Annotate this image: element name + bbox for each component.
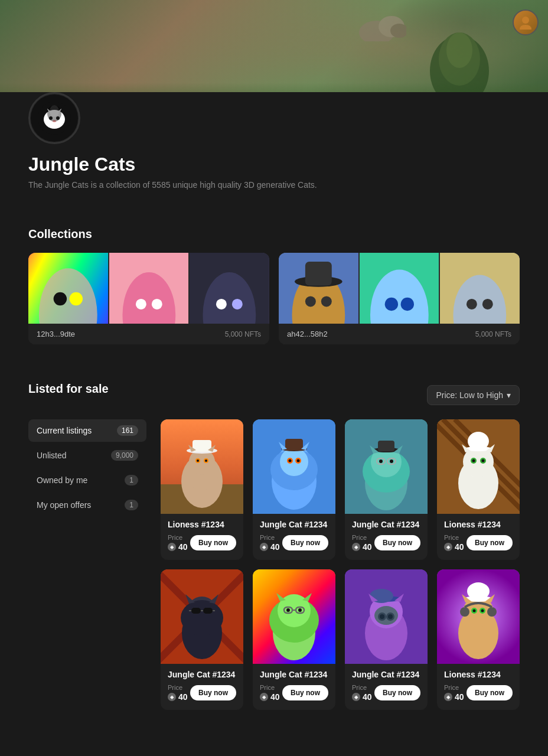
filter-open-offers-label: My open offers xyxy=(37,500,91,510)
nft-card-3-price-value: ◈ 40 xyxy=(352,542,372,552)
svg-point-117 xyxy=(286,608,290,612)
nft-card-4-price-value: ◈ 40 xyxy=(444,542,464,552)
filter-unlisted-count: 9,000 xyxy=(111,450,138,461)
nft-card-8-image xyxy=(437,569,520,664)
collection-card-2-img-1 xyxy=(279,253,358,324)
nft-card-6-buy-button[interactable]: Buy now xyxy=(282,685,328,700)
eth-icon-6: ◈ xyxy=(260,693,268,701)
nft-card-6-name: Jungle Cat #1234 xyxy=(260,670,328,679)
nft-card-3-buy-button[interactable]: Buy now xyxy=(374,535,420,550)
svg-point-30 xyxy=(232,299,243,309)
collection-card-2-img-3 xyxy=(440,253,520,324)
svg-rect-76 xyxy=(378,441,394,451)
nft-card-7-price-value: ◈ 40 xyxy=(352,692,372,702)
filter-owned-by-me-label: Owned by me xyxy=(37,475,87,485)
nft-card-4[interactable]: Lioness #1234 Price ◈ 40 Buy now xyxy=(437,419,520,560)
collection-logo-icon xyxy=(37,100,72,136)
nft-card-1-price-block: Price ◈ 40 xyxy=(168,534,188,552)
nft-card-1-name: Lioness #1234 xyxy=(168,520,236,529)
svg-point-80 xyxy=(390,460,393,463)
nft-card-2-image xyxy=(253,419,335,514)
nft-card-8-name: Lioness #1234 xyxy=(444,670,513,679)
collection-card-1-img-1 xyxy=(28,253,108,324)
svg-point-34 xyxy=(321,296,332,307)
nft-card-6[interactable]: Jungle Cat #1234 Price ◈ 40 Buy now xyxy=(253,569,335,710)
nft-card-3-name: Jungle Cat #1234 xyxy=(352,520,420,529)
nft-card-7-buy-button[interactable]: Buy now xyxy=(374,685,420,700)
nft-card-1-info: Lioness #1234 Price ◈ 40 Buy now xyxy=(161,514,243,560)
filter-sidebar: Current listings 161 Unlisted 9,000 Owne… xyxy=(28,419,146,710)
filter-owned-by-me-count: 1 xyxy=(125,475,138,485)
nft-card-5-buy-button[interactable]: Buy now xyxy=(190,685,236,700)
collections-section: Collections xyxy=(0,208,548,363)
filter-open-offers[interactable]: My open offers 1 xyxy=(28,494,146,516)
nft-card-4-image xyxy=(437,419,520,514)
filter-unlisted[interactable]: Unlisted 9,000 xyxy=(28,444,146,467)
nft-card-1-price-value: ◈ 40 xyxy=(168,542,188,552)
svg-point-44 xyxy=(482,299,493,309)
nft-card-4-name: Lioness #1234 xyxy=(444,520,513,529)
filter-unlisted-label: Unlisted xyxy=(37,451,67,460)
nft-card-7-name: Jungle Cat #1234 xyxy=(352,670,420,679)
eth-icon-3: ◈ xyxy=(352,543,360,551)
svg-point-39 xyxy=(384,298,397,311)
svg-point-92 xyxy=(482,460,485,462)
nft-card-6-price-block: Price ◈ 40 xyxy=(260,684,280,702)
nft-card-8[interactable]: Lioness #1234 Price ◈ 40 Buy now xyxy=(437,569,520,710)
svg-point-79 xyxy=(379,460,383,463)
collection-card-2-images xyxy=(279,253,520,324)
nft-card-2[interactable]: Jungle Cat #1234 Price ◈ 40 Buy now xyxy=(253,419,335,560)
eth-icon-2: ◈ xyxy=(260,543,268,551)
nft-card-8-info: Lioness #1234 Price ◈ 40 Buy now xyxy=(437,664,520,710)
listed-section: Listed for sale Price: Low to High ▾ Cur… xyxy=(0,363,548,729)
nft-card-7[interactable]: Jungle Cat #1234 Price ◈ 40 Buy now xyxy=(345,569,428,710)
nft-card-4-buy-button[interactable]: Buy now xyxy=(467,535,513,550)
nft-card-2-name: Jungle Cat #1234 xyxy=(260,520,328,529)
nft-card-5[interactable]: Jungle Cat #1234 Price ◈ 40 Buy now xyxy=(161,569,243,710)
filter-owned-by-me[interactable]: Owned by me 1 xyxy=(28,469,146,491)
nft-card-1-buy-button[interactable]: Buy now xyxy=(190,535,236,550)
filter-current-listings-label: Current listings xyxy=(37,426,92,435)
nft-grid: Lioness #1234 Price ◈ 40 Buy now xyxy=(161,419,520,710)
collection-card-1-footer: 12h3...9dte 5,000 NFTs xyxy=(28,324,269,344)
nft-card-8-price-block: Price ◈ 40 xyxy=(444,684,464,702)
nft-card-3-price-row: Price ◈ 40 Buy now xyxy=(352,534,420,552)
collection-card-2-address: ah42...58h2 xyxy=(287,330,328,338)
nft-card-4-info: Lioness #1234 Price ◈ 40 Buy now xyxy=(437,514,520,560)
svg-point-102 xyxy=(181,600,223,636)
svg-point-54 xyxy=(197,460,199,462)
nft-card-3-price-block: Price ◈ 40 xyxy=(352,534,372,552)
svg-point-26 xyxy=(151,299,162,309)
nft-card-1-price-label: Price xyxy=(168,534,188,541)
svg-point-7 xyxy=(522,17,529,24)
nft-card-5-name: Jungle Cat #1234 xyxy=(168,670,236,679)
eth-icon-1: ◈ xyxy=(168,543,176,551)
svg-point-126 xyxy=(374,606,398,625)
svg-point-55 xyxy=(205,460,207,462)
nft-card-1[interactable]: Lioness #1234 Price ◈ 40 Buy now xyxy=(161,419,243,560)
collection-card-2-nft-count: 5,000 NFTs xyxy=(475,330,511,338)
nft-card-3[interactable]: Jungle Cat #1234 Price ◈ 40 Buy now xyxy=(345,419,428,560)
collection-card-1-img-2 xyxy=(109,253,189,324)
nft-card-2-price-block: Price ◈ 40 xyxy=(260,534,280,552)
nft-card-8-price-label: Price xyxy=(444,684,464,691)
filter-current-listings-count: 161 xyxy=(117,425,138,436)
filter-open-offers-count: 1 xyxy=(125,500,138,510)
nft-card-2-price-label: Price xyxy=(260,534,280,541)
svg-point-22 xyxy=(70,292,83,305)
nft-card-7-price-label: Price xyxy=(352,684,372,691)
nft-card-8-buy-button[interactable]: Buy now xyxy=(467,685,513,700)
collection-card-1[interactable]: 12h3...9dte 5,000 NFTs xyxy=(28,253,269,344)
nft-card-4-price-row: Price ◈ 40 Buy now xyxy=(444,534,513,552)
nft-card-5-image xyxy=(161,569,243,664)
user-avatar[interactable] xyxy=(513,9,539,35)
nft-card-3-info: Jungle Cat #1234 Price ◈ 40 Buy now xyxy=(345,514,428,560)
nft-card-5-price-label: Price xyxy=(168,684,188,691)
nft-card-2-buy-button[interactable]: Buy now xyxy=(282,535,328,550)
nft-card-6-price-label: Price xyxy=(260,684,280,691)
nft-card-4-price-block: Price ◈ 40 xyxy=(444,534,464,552)
sort-dropdown[interactable]: Price: Low to High ▾ xyxy=(427,385,520,405)
filter-current-listings[interactable]: Current listings 161 xyxy=(28,419,146,442)
nft-card-7-price-row: Price ◈ 40 Buy now xyxy=(352,684,420,702)
collection-card-2[interactable]: ah42...58h2 5,000 NFTs xyxy=(279,253,520,344)
